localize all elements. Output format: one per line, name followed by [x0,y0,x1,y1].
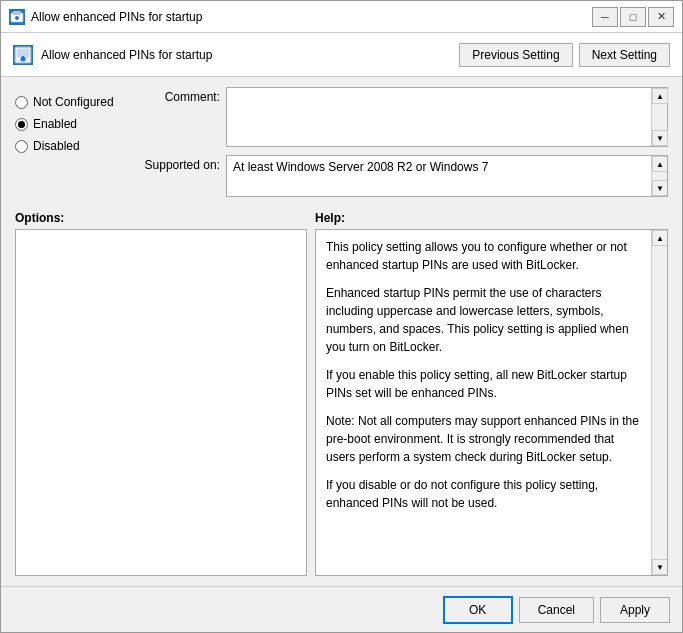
header-title: Allow enhanced PINs for startup [41,48,459,62]
comment-scroll-track [652,104,667,130]
options-panel [15,229,307,576]
options-section-header: Options: [15,211,315,225]
supported-scroll-track [652,172,667,180]
disabled-label: Disabled [33,139,80,153]
help-para-3: If you enable this policy setting, all n… [326,366,641,402]
svg-rect-1 [13,11,21,15]
disabled-circle [15,140,28,153]
enabled-radio[interactable]: Enabled [15,117,130,131]
svg-rect-6 [22,56,24,59]
not-configured-radio[interactable]: Not Configured [15,95,130,109]
supported-scrollbar[interactable]: ▲ ▼ [651,156,667,196]
help-scroll-up[interactable]: ▲ [652,230,668,246]
main-content: Not Configured Enabled Disabled Comment: [1,77,682,586]
help-scroll-track [652,246,667,559]
panels-section: This policy setting allows you to config… [15,229,668,576]
supported-scroll-down[interactable]: ▼ [652,180,668,196]
comment-field-row: Comment: ▲ ▼ [140,87,668,147]
title-bar: Allow enhanced PINs for startup ─ □ ✕ [1,1,682,33]
comment-textarea-wrapper: ▲ ▼ [226,87,668,147]
right-panel: Comment: ▲ ▼ Supported on: At least Wind… [140,87,668,197]
window-icon [9,9,25,25]
window-title: Allow enhanced PINs for startup [31,10,592,24]
cancel-button[interactable]: Cancel [519,597,594,623]
next-setting-button[interactable]: Next Setting [579,43,670,67]
svg-point-2 [15,16,19,20]
help-section-header: Help: [315,211,668,225]
comment-scroll-up[interactable]: ▲ [652,88,668,104]
ok-button[interactable]: OK [443,596,513,624]
not-configured-label: Not Configured [33,95,114,109]
comment-label: Comment: [140,87,220,104]
header-buttons: Previous Setting Next Setting [459,43,670,67]
enabled-label: Enabled [33,117,77,131]
top-section: Not Configured Enabled Disabled Comment: [15,87,668,197]
supported-label: Supported on: [140,155,220,172]
not-configured-circle [15,96,28,109]
help-para-2: Enhanced startup PINs permit the use of … [326,284,641,356]
svg-rect-4 [17,49,29,57]
apply-button[interactable]: Apply [600,597,670,623]
policy-icon [13,45,33,65]
header-bar: Allow enhanced PINs for startup Previous… [1,33,682,77]
help-scrollbar[interactable]: ▲ ▼ [651,230,667,575]
enabled-circle [15,118,28,131]
disabled-radio[interactable]: Disabled [15,139,130,153]
maximize-button[interactable]: □ [620,7,646,27]
section-headers: Options: Help: [15,211,668,225]
comment-scroll-down[interactable]: ▼ [652,130,668,146]
close-button[interactable]: ✕ [648,7,674,27]
help-para-1: This policy setting allows you to config… [326,238,641,274]
help-text: This policy setting allows you to config… [316,230,651,520]
footer: OK Cancel Apply [1,586,682,632]
previous-setting-button[interactable]: Previous Setting [459,43,572,67]
help-scroll-down[interactable]: ▼ [652,559,668,575]
radio-group: Not Configured Enabled Disabled [15,95,130,153]
supported-scroll-up[interactable]: ▲ [652,156,668,172]
supported-text: At least Windows Server 2008 R2 or Windo… [227,156,651,178]
main-window: Allow enhanced PINs for startup ─ □ ✕ Al… [0,0,683,633]
help-panel: This policy setting allows you to config… [315,229,668,576]
window-controls: ─ □ ✕ [592,7,674,27]
help-para-5: If you disable or do not configure this … [326,476,641,512]
supported-box: At least Windows Server 2008 R2 or Windo… [226,155,668,197]
comment-scrollbar[interactable]: ▲ ▼ [651,88,667,146]
radio-panel: Not Configured Enabled Disabled [15,87,130,197]
comment-textarea[interactable] [227,88,651,146]
supported-field-row: Supported on: At least Windows Server 20… [140,155,668,197]
help-para-4: Note: Not all computers may support enha… [326,412,641,466]
minimize-button[interactable]: ─ [592,7,618,27]
